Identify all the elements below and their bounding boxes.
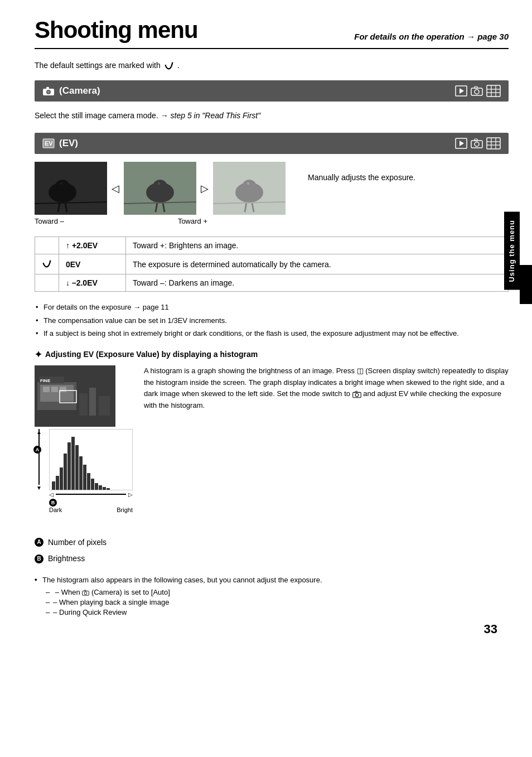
- label-a-circle: A: [33, 446, 41, 454]
- check-cell-3: [35, 274, 59, 292]
- ev-description: Manually adjusts the exposure.: [308, 162, 415, 182]
- ev-arrow-right: ▷: [196, 182, 213, 195]
- histogram-graph: [49, 429, 133, 490]
- list-item: If a subject is being shot in extremely …: [36, 328, 509, 339]
- camera-icon-ev: [471, 138, 483, 148]
- histogram-hint-section: ✦ Adjusting EV (Exposure Value) by displ…: [35, 349, 509, 616]
- histogram-description: A histogram is a graph showing the brigh…: [144, 365, 509, 412]
- desc-cell-2: The exposure is determined automatically…: [126, 254, 509, 274]
- svg-point-2: [47, 91, 50, 94]
- camera-dash-icon: [82, 590, 89, 596]
- table-row: ↓ –2.0EV Toward –: Darkens an image.: [35, 274, 509, 292]
- hint-icon: ✦: [35, 349, 42, 360]
- play-icon: [455, 85, 467, 97]
- legend-a-icon: A: [35, 538, 43, 547]
- ev-image-dark: [35, 162, 107, 215]
- ev-section-header: EV (EV): [35, 133, 509, 154]
- ab-legend: A Number of pixels B Brightness: [35, 536, 509, 566]
- ev-labels-row: Toward – Toward +: [35, 217, 207, 225]
- hint-title: ✦ Adjusting EV (Exposure Value) by displ…: [35, 349, 509, 360]
- check-cell-2: [35, 254, 59, 274]
- checkmark-icon: [164, 60, 174, 70]
- grid-icon-ev: [486, 137, 501, 150]
- svg-rect-3: [46, 87, 49, 89]
- ev-image-bright: [213, 162, 286, 215]
- value-cell-2: 0EV: [59, 254, 126, 274]
- ev-header-icons: [455, 137, 501, 150]
- ev-image-normal: [124, 162, 196, 215]
- svg-point-40: [158, 182, 160, 185]
- page-header: Shooting menu For details on the operati…: [35, 17, 509, 49]
- svg-rect-59: [79, 393, 88, 416]
- default-note: The default settings are marked with .: [35, 60, 509, 70]
- bottom-notes: • The histogram also appears in the foll…: [35, 575, 509, 616]
- ev-header-left: EV (EV): [42, 138, 78, 149]
- svg-point-19: [475, 142, 479, 147]
- camera-header-left: (Camera): [42, 85, 100, 97]
- camera-icon-small: [471, 86, 483, 96]
- histogram-image-area: FINE ▲ ▼: [35, 365, 133, 513]
- svg-rect-8: [475, 86, 477, 88]
- camera-header-icons: [455, 85, 501, 97]
- page-container: Shooting menu For details on the operati…: [12, 0, 520, 648]
- left-arrow-icon: ◁: [49, 491, 54, 498]
- camera-display-image: FINE: [35, 365, 115, 427]
- right-arrow-icon: ▷: [128, 491, 133, 498]
- value-cell-3: ↓ –2.0EV: [59, 274, 126, 292]
- grid-icon: [486, 85, 501, 97]
- camera-description: Select the still image camera mode. → st…: [35, 109, 509, 122]
- svg-rect-64: [355, 391, 357, 392]
- dash-item-1: – When (Camera) is set to [Auto]: [35, 588, 509, 596]
- svg-rect-55: [60, 387, 66, 392]
- camera-inline-icon: [352, 390, 361, 398]
- page-title: Shooting menu: [35, 17, 198, 44]
- label-b-circle: B: [49, 499, 57, 507]
- value-cell-1: ↑ +2.0EV: [59, 237, 126, 254]
- ev-table: ↑ +2.0EV Toward +: Brightens an image. 0…: [35, 237, 509, 292]
- svg-text:FINE: FINE: [40, 378, 51, 383]
- legend-b-icon: B: [35, 555, 43, 563]
- right-sidebar-tab: Using the menu: [504, 212, 520, 290]
- svg-point-66: [84, 592, 87, 595]
- svg-point-48: [247, 182, 249, 185]
- ev-arrow-left: ◁: [107, 182, 124, 195]
- list-item: For details on the exposure → page 11: [36, 302, 509, 313]
- play-icon-ev: [455, 138, 467, 149]
- table-row: 0EV The exposure is determined automatic…: [35, 254, 509, 274]
- svg-rect-9: [487, 85, 500, 97]
- svg-rect-21: [487, 138, 500, 149]
- histogram-layout: FINE ▲ ▼: [35, 365, 509, 513]
- camera-section-header: (Camera): [35, 80, 509, 102]
- svg-rect-67: [84, 590, 86, 591]
- svg-text:EV: EV: [45, 140, 53, 147]
- dash-item-3: – During Quick Review: [35, 608, 509, 616]
- list-item: The compensation value can be set in 1/3…: [36, 315, 509, 326]
- svg-marker-17: [460, 141, 464, 146]
- ev-images-row: ◁ ▷: [35, 162, 286, 215]
- default-checkmark-icon: [42, 258, 52, 268]
- svg-marker-5: [460, 88, 464, 94]
- desc-cell-1: Toward +: Brightens an image.: [126, 237, 509, 254]
- table-row: ↑ +2.0EV Toward +: Brightens an image.: [35, 237, 509, 254]
- list-item: • The histogram also appears in the foll…: [35, 575, 509, 586]
- svg-point-7: [475, 90, 479, 94]
- svg-rect-54: [51, 387, 58, 392]
- ev-icon: EV: [42, 138, 55, 148]
- svg-rect-20: [475, 139, 477, 141]
- dash-item-2: – When playing back a single image: [35, 598, 509, 606]
- black-edge-tab: [520, 265, 532, 304]
- page-number: 33: [484, 622, 497, 637]
- check-cell-1: [35, 237, 59, 254]
- desc-cell-3: Toward –: Darkens an image.: [126, 274, 509, 292]
- svg-rect-60: [89, 388, 96, 416]
- svg-point-32: [60, 182, 62, 185]
- svg-point-63: [355, 393, 359, 397]
- camera-icon: [42, 86, 55, 96]
- page-subtitle: For details on the operation → page 30: [354, 32, 509, 44]
- ev-notes: For details on the exposure → page 11 Th…: [35, 302, 509, 339]
- svg-rect-53: [43, 387, 50, 392]
- svg-rect-61: [99, 396, 110, 416]
